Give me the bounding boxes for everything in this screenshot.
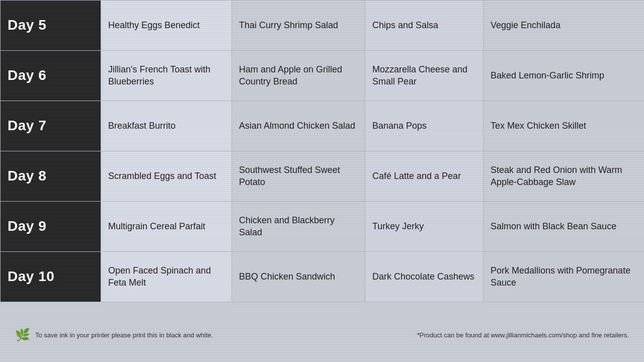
table-row: Day 5Healthy Eggs BenedictThai Curry Shr… xyxy=(1,1,645,51)
meal-plan-table: Day 5Healthy Eggs BenedictThai Curry Shr… xyxy=(0,0,644,302)
breakfast-cell: Breakfast Burrito xyxy=(101,101,232,151)
table-row: Day 6Jillian's French Toast with Blueber… xyxy=(1,51,645,101)
snack-cell: Mozzarella Cheese and Small Pear xyxy=(365,51,484,101)
table-row: Day 9Multigrain Cereal ParfaitChicken an… xyxy=(1,202,645,252)
day-cell: Day 9 xyxy=(1,202,101,252)
table-row: Day 10Open Faced Spinach and Feta MeltBB… xyxy=(1,252,645,302)
footer: 🌿 To save ink in your printer please pri… xyxy=(0,328,644,342)
dinner-cell: Salmon with Black Bean Sauce xyxy=(484,202,645,252)
dinner-cell: Steak and Red Onion with Warm Apple-Cabb… xyxy=(484,151,645,202)
lunch-cell: Ham and Apple on Grilled Country Bread xyxy=(232,51,365,101)
breakfast-cell: Open Faced Spinach and Feta Melt xyxy=(101,252,232,302)
snack-cell: Turkey Jerky xyxy=(365,202,484,252)
table-row: Day 7Breakfast BurritoAsian Almond Chick… xyxy=(1,101,645,151)
dinner-cell: Baked Lemon-Garlic Shrimp xyxy=(484,51,645,101)
snack-cell: Chips and Salsa xyxy=(365,1,484,51)
day-cell: Day 7 xyxy=(1,101,101,151)
dinner-cell: Pork Medallions with Pomegranate Sauce xyxy=(484,252,645,302)
day-cell: Day 5 xyxy=(1,1,101,51)
day-cell: Day 10 xyxy=(1,252,101,302)
lunch-cell: Asian Almond Chicken Salad xyxy=(232,101,365,151)
snack-cell: Café Latte and a Pear xyxy=(365,151,484,202)
footer-left: 🌿 To save ink in your printer please pri… xyxy=(15,328,213,342)
table-row: Day 8Scrambled Eggs and ToastSouthwest S… xyxy=(1,151,645,202)
lunch-cell: Southwest Stuffed Sweet Potato xyxy=(232,151,365,202)
lunch-cell: Thai Curry Shrimp Salad xyxy=(232,1,365,51)
day-cell: Day 8 xyxy=(1,151,101,202)
leaf-icon: 🌿 xyxy=(15,328,30,342)
breakfast-cell: Healthy Eggs Benedict xyxy=(101,1,232,51)
snack-cell: Banana Pops xyxy=(365,101,484,151)
lunch-cell: BBQ Chicken Sandwich xyxy=(232,252,365,302)
day-cell: Day 6 xyxy=(1,51,101,101)
product-note: *Product can be found at www.jillianmich… xyxy=(417,331,629,339)
snack-cell: Dark Chocolate Cashews xyxy=(365,252,484,302)
dinner-cell: Veggie Enchilada xyxy=(484,1,645,51)
breakfast-cell: Scrambled Eggs and Toast xyxy=(101,151,232,202)
breakfast-cell: Jillian's French Toast with Blueberries xyxy=(101,51,232,101)
print-note: To save ink in your printer please print… xyxy=(35,331,213,339)
dinner-cell: Tex Mex Chicken Skillet xyxy=(484,101,645,151)
breakfast-cell: Multigrain Cereal Parfait xyxy=(101,202,232,252)
lunch-cell: Chicken and Blackberry Salad xyxy=(232,202,365,252)
